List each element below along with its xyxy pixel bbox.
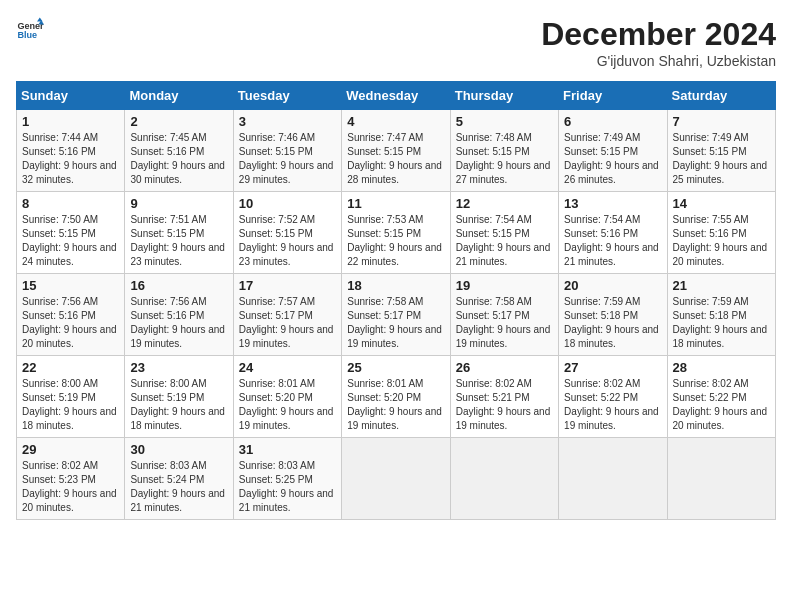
day-info: Sunrise: 8:01 AMSunset: 5:20 PMDaylight:… xyxy=(347,377,444,433)
day-info: Sunrise: 7:53 AMSunset: 5:15 PMDaylight:… xyxy=(347,213,444,269)
calendar-cell: 27Sunrise: 8:02 AMSunset: 5:22 PMDayligh… xyxy=(559,356,667,438)
day-number: 13 xyxy=(564,196,661,211)
day-info: Sunrise: 7:49 AMSunset: 5:15 PMDaylight:… xyxy=(673,131,770,187)
day-number: 8 xyxy=(22,196,119,211)
calendar-cell: 18Sunrise: 7:58 AMSunset: 5:17 PMDayligh… xyxy=(342,274,450,356)
weekday-header-monday: Monday xyxy=(125,82,233,110)
day-info: Sunrise: 7:56 AMSunset: 5:16 PMDaylight:… xyxy=(130,295,227,351)
calendar-cell: 24Sunrise: 8:01 AMSunset: 5:20 PMDayligh… xyxy=(233,356,341,438)
calendar-cell: 28Sunrise: 8:02 AMSunset: 5:22 PMDayligh… xyxy=(667,356,775,438)
logo: General Blue xyxy=(16,16,44,44)
day-info: Sunrise: 7:47 AMSunset: 5:15 PMDaylight:… xyxy=(347,131,444,187)
day-info: Sunrise: 7:58 AMSunset: 5:17 PMDaylight:… xyxy=(456,295,553,351)
calendar-cell: 8Sunrise: 7:50 AMSunset: 5:15 PMDaylight… xyxy=(17,192,125,274)
weekday-header-row: SundayMondayTuesdayWednesdayThursdayFrid… xyxy=(17,82,776,110)
calendar-cell: 17Sunrise: 7:57 AMSunset: 5:17 PMDayligh… xyxy=(233,274,341,356)
day-info: Sunrise: 7:48 AMSunset: 5:15 PMDaylight:… xyxy=(456,131,553,187)
day-info: Sunrise: 8:03 AMSunset: 5:24 PMDaylight:… xyxy=(130,459,227,515)
day-number: 9 xyxy=(130,196,227,211)
day-info: Sunrise: 8:01 AMSunset: 5:20 PMDaylight:… xyxy=(239,377,336,433)
day-number: 7 xyxy=(673,114,770,129)
calendar-cell: 16Sunrise: 7:56 AMSunset: 5:16 PMDayligh… xyxy=(125,274,233,356)
day-number: 10 xyxy=(239,196,336,211)
day-info: Sunrise: 8:02 AMSunset: 5:23 PMDaylight:… xyxy=(22,459,119,515)
day-info: Sunrise: 8:02 AMSunset: 5:22 PMDaylight:… xyxy=(673,377,770,433)
day-info: Sunrise: 7:52 AMSunset: 5:15 PMDaylight:… xyxy=(239,213,336,269)
day-info: Sunrise: 7:57 AMSunset: 5:17 PMDaylight:… xyxy=(239,295,336,351)
day-info: Sunrise: 7:50 AMSunset: 5:15 PMDaylight:… xyxy=(22,213,119,269)
day-number: 21 xyxy=(673,278,770,293)
calendar-cell: 30Sunrise: 8:03 AMSunset: 5:24 PMDayligh… xyxy=(125,438,233,520)
calendar-week-row: 29Sunrise: 8:02 AMSunset: 5:23 PMDayligh… xyxy=(17,438,776,520)
calendar-cell: 19Sunrise: 7:58 AMSunset: 5:17 PMDayligh… xyxy=(450,274,558,356)
day-info: Sunrise: 7:55 AMSunset: 5:16 PMDaylight:… xyxy=(673,213,770,269)
day-info: Sunrise: 7:54 AMSunset: 5:15 PMDaylight:… xyxy=(456,213,553,269)
calendar-cell: 9Sunrise: 7:51 AMSunset: 5:15 PMDaylight… xyxy=(125,192,233,274)
calendar-cell xyxy=(667,438,775,520)
day-number: 11 xyxy=(347,196,444,211)
day-info: Sunrise: 7:46 AMSunset: 5:15 PMDaylight:… xyxy=(239,131,336,187)
calendar-cell: 5Sunrise: 7:48 AMSunset: 5:15 PMDaylight… xyxy=(450,110,558,192)
day-number: 29 xyxy=(22,442,119,457)
calendar-cell: 10Sunrise: 7:52 AMSunset: 5:15 PMDayligh… xyxy=(233,192,341,274)
day-number: 27 xyxy=(564,360,661,375)
calendar-cell: 22Sunrise: 8:00 AMSunset: 5:19 PMDayligh… xyxy=(17,356,125,438)
day-number: 19 xyxy=(456,278,553,293)
calendar-table: SundayMondayTuesdayWednesdayThursdayFrid… xyxy=(16,81,776,520)
svg-text:Blue: Blue xyxy=(17,30,37,40)
day-info: Sunrise: 7:58 AMSunset: 5:17 PMDaylight:… xyxy=(347,295,444,351)
calendar-cell: 14Sunrise: 7:55 AMSunset: 5:16 PMDayligh… xyxy=(667,192,775,274)
day-info: Sunrise: 8:00 AMSunset: 5:19 PMDaylight:… xyxy=(130,377,227,433)
day-number: 4 xyxy=(347,114,444,129)
day-number: 31 xyxy=(239,442,336,457)
calendar-cell: 15Sunrise: 7:56 AMSunset: 5:16 PMDayligh… xyxy=(17,274,125,356)
day-number: 28 xyxy=(673,360,770,375)
day-info: Sunrise: 8:02 AMSunset: 5:21 PMDaylight:… xyxy=(456,377,553,433)
calendar-cell: 13Sunrise: 7:54 AMSunset: 5:16 PMDayligh… xyxy=(559,192,667,274)
calendar-cell: 25Sunrise: 8:01 AMSunset: 5:20 PMDayligh… xyxy=(342,356,450,438)
day-number: 6 xyxy=(564,114,661,129)
calendar-cell: 31Sunrise: 8:03 AMSunset: 5:25 PMDayligh… xyxy=(233,438,341,520)
calendar-cell xyxy=(450,438,558,520)
calendar-week-row: 8Sunrise: 7:50 AMSunset: 5:15 PMDaylight… xyxy=(17,192,776,274)
day-number: 25 xyxy=(347,360,444,375)
day-info: Sunrise: 7:44 AMSunset: 5:16 PMDaylight:… xyxy=(22,131,119,187)
weekday-header-friday: Friday xyxy=(559,82,667,110)
calendar-cell: 3Sunrise: 7:46 AMSunset: 5:15 PMDaylight… xyxy=(233,110,341,192)
day-info: Sunrise: 7:45 AMSunset: 5:16 PMDaylight:… xyxy=(130,131,227,187)
day-number: 5 xyxy=(456,114,553,129)
day-number: 30 xyxy=(130,442,227,457)
calendar-week-row: 15Sunrise: 7:56 AMSunset: 5:16 PMDayligh… xyxy=(17,274,776,356)
calendar-cell: 23Sunrise: 8:00 AMSunset: 5:19 PMDayligh… xyxy=(125,356,233,438)
day-info: Sunrise: 7:59 AMSunset: 5:18 PMDaylight:… xyxy=(564,295,661,351)
day-number: 16 xyxy=(130,278,227,293)
day-number: 15 xyxy=(22,278,119,293)
logo-icon: General Blue xyxy=(16,16,44,44)
page-header: General Blue December 2024 G'ijduvon Sha… xyxy=(16,16,776,69)
month-title: December 2024 xyxy=(541,16,776,53)
day-number: 1 xyxy=(22,114,119,129)
day-number: 2 xyxy=(130,114,227,129)
day-number: 12 xyxy=(456,196,553,211)
day-info: Sunrise: 7:59 AMSunset: 5:18 PMDaylight:… xyxy=(673,295,770,351)
calendar-cell: 12Sunrise: 7:54 AMSunset: 5:15 PMDayligh… xyxy=(450,192,558,274)
day-info: Sunrise: 7:56 AMSunset: 5:16 PMDaylight:… xyxy=(22,295,119,351)
calendar-cell: 1Sunrise: 7:44 AMSunset: 5:16 PMDaylight… xyxy=(17,110,125,192)
weekday-header-tuesday: Tuesday xyxy=(233,82,341,110)
weekday-header-thursday: Thursday xyxy=(450,82,558,110)
calendar-cell xyxy=(559,438,667,520)
day-number: 22 xyxy=(22,360,119,375)
calendar-cell: 4Sunrise: 7:47 AMSunset: 5:15 PMDaylight… xyxy=(342,110,450,192)
calendar-cell: 11Sunrise: 7:53 AMSunset: 5:15 PMDayligh… xyxy=(342,192,450,274)
day-info: Sunrise: 8:00 AMSunset: 5:19 PMDaylight:… xyxy=(22,377,119,433)
day-number: 17 xyxy=(239,278,336,293)
calendar-cell: 26Sunrise: 8:02 AMSunset: 5:21 PMDayligh… xyxy=(450,356,558,438)
weekday-header-saturday: Saturday xyxy=(667,82,775,110)
title-block: December 2024 G'ijduvon Shahri, Uzbekist… xyxy=(541,16,776,69)
calendar-cell: 7Sunrise: 7:49 AMSunset: 5:15 PMDaylight… xyxy=(667,110,775,192)
calendar-cell: 2Sunrise: 7:45 AMSunset: 5:16 PMDaylight… xyxy=(125,110,233,192)
day-number: 26 xyxy=(456,360,553,375)
calendar-cell xyxy=(342,438,450,520)
day-info: Sunrise: 8:03 AMSunset: 5:25 PMDaylight:… xyxy=(239,459,336,515)
calendar-cell: 6Sunrise: 7:49 AMSunset: 5:15 PMDaylight… xyxy=(559,110,667,192)
